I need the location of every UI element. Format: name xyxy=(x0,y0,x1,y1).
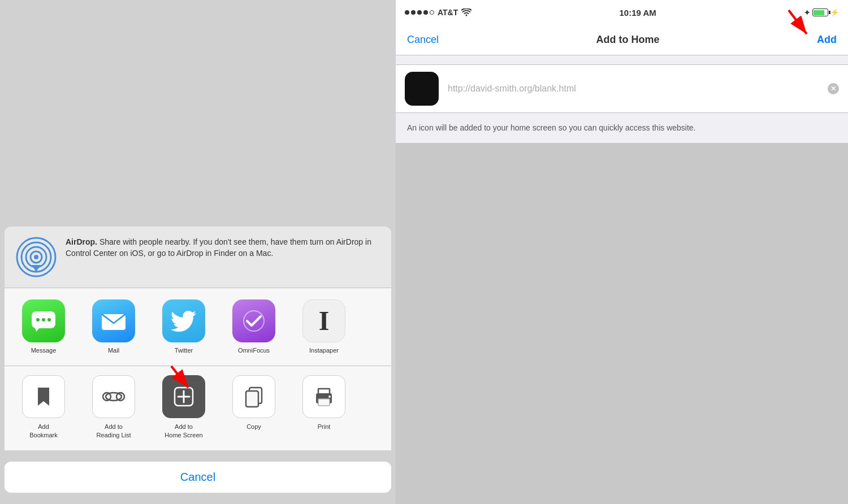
svg-rect-27 xyxy=(318,399,330,406)
app-item-message[interactable]: Message xyxy=(12,299,75,354)
bottom-space xyxy=(0,493,396,504)
clear-url-button[interactable]: ✕ xyxy=(828,83,839,94)
svg-point-28 xyxy=(328,396,331,398)
signal-dot-5 xyxy=(430,10,434,15)
svg-point-19 xyxy=(106,393,122,401)
app-item-instapaper[interactable]: I Instapaper xyxy=(293,299,355,354)
share-sheet-cancel-button[interactable]: Cancel xyxy=(5,462,391,493)
nav-title: Add to Home xyxy=(596,34,660,46)
airdrop-description: AirDrop. Share with people nearby. If yo… xyxy=(66,237,380,259)
copy-label: Copy xyxy=(246,423,261,431)
action-item-copy[interactable]: Copy xyxy=(223,375,285,439)
airdrop-section: AirDrop. Share with people nearby. If yo… xyxy=(5,227,391,288)
svg-point-8 xyxy=(42,318,45,321)
add-to-home-description: An icon will be added to your home scree… xyxy=(396,113,848,143)
print-icon-box xyxy=(302,375,345,418)
nav-cancel-button[interactable]: Cancel xyxy=(407,34,439,46)
svg-point-7 xyxy=(36,318,40,321)
svg-rect-24 xyxy=(246,391,258,407)
mail-label: Mail xyxy=(108,347,119,354)
add-to-home-panel: AT&T 10:19 AM ✦ ⚡ xyxy=(396,0,848,504)
print-label: Print xyxy=(318,423,331,431)
add-bookmark-label: AddBookmark xyxy=(29,423,58,439)
airdrop-icon xyxy=(16,237,57,277)
svg-line-30 xyxy=(789,10,807,34)
signal-dot-4 xyxy=(423,10,428,15)
svg-text:I: I xyxy=(319,306,330,336)
message-icon xyxy=(22,299,65,342)
nav-add-button[interactable]: Add xyxy=(817,34,837,46)
spacer xyxy=(0,450,396,457)
twitter-icon xyxy=(162,299,205,342)
action-item-print[interactable]: Print xyxy=(293,375,355,439)
url-input[interactable] xyxy=(448,84,839,94)
instapaper-icon: I xyxy=(302,299,345,342)
cancel-button-container: Cancel xyxy=(5,462,391,493)
add-reading-list-label: Add toReading List xyxy=(96,423,131,439)
signal-dot-2 xyxy=(411,10,416,15)
signal-dot-1 xyxy=(405,10,409,15)
apps-row: Message Mail xyxy=(10,299,386,354)
add-bookmark-icon-box xyxy=(22,375,65,418)
svg-marker-10 xyxy=(35,328,40,332)
signal-dot-3 xyxy=(417,10,422,15)
app-item-twitter[interactable]: Twitter xyxy=(153,299,215,354)
app-item-mail[interactable]: Mail xyxy=(83,299,145,354)
action-item-add-reading-list[interactable]: Add toReading List xyxy=(83,375,145,439)
url-section: ✕ xyxy=(396,64,848,113)
svg-point-9 xyxy=(47,318,51,321)
wifi-icon xyxy=(461,8,471,16)
add-reading-list-icon-box xyxy=(92,375,135,418)
omnifocus-label: OmniFocus xyxy=(238,347,270,354)
twitter-label: Twitter xyxy=(175,347,193,354)
share-sheet: AirDrop. Share with people nearby. If yo… xyxy=(5,227,391,450)
instapaper-label: Instapaper xyxy=(309,347,339,354)
add-home-screen-label: Add toHome Screen xyxy=(165,423,202,439)
svg-line-15 xyxy=(171,366,188,388)
share-sheet-panel: AirDrop. Share with people nearby. If yo… xyxy=(0,0,396,504)
app-item-omnifocus[interactable]: OmniFocus xyxy=(223,299,285,354)
site-icon xyxy=(405,72,439,106)
status-left: AT&T xyxy=(405,8,471,17)
charging-icon: ⚡ xyxy=(830,8,839,16)
omnifocus-icon xyxy=(232,299,275,342)
right-panel-content: AT&T 10:19 AM ✦ ⚡ xyxy=(396,0,848,143)
red-arrow-right xyxy=(777,5,817,44)
red-arrow-left xyxy=(166,360,200,394)
apps-section: Message Mail xyxy=(5,288,391,366)
url-input-container: ✕ xyxy=(448,84,839,94)
message-label: Message xyxy=(31,347,57,354)
mail-icon xyxy=(92,299,135,342)
action-item-add-bookmark[interactable]: AddBookmark xyxy=(12,375,75,439)
signal-dots xyxy=(405,10,434,15)
carrier-label: AT&T xyxy=(438,8,458,17)
svg-point-4 xyxy=(34,255,38,259)
actions-wrapper: AddBookmark Add toReading List xyxy=(5,366,391,450)
copy-icon-box xyxy=(232,375,275,418)
time-label: 10:19 AM xyxy=(619,8,656,18)
